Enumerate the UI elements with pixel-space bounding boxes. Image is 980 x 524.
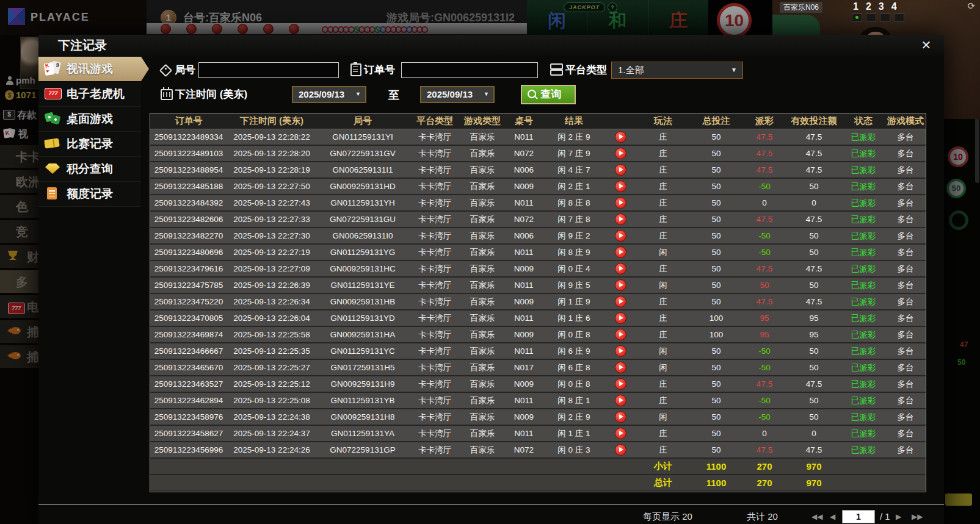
sidebar-item-1[interactable]: 9K♥视讯游戏 [38,57,149,81]
deposit-row[interactable]: $ 存款 [0,109,38,123]
replay-button[interactable] [615,444,626,456]
background-menu-item[interactable]: 777电 [0,295,38,318]
cell-mode: 多台 [885,260,926,277]
replay-button[interactable] [615,230,626,242]
cell-status: 已派彩 [841,178,885,195]
search-button[interactable]: 查询 [521,85,576,104]
background-menu-item[interactable]: 竞 [0,220,38,243]
cell-round: GN011259131YE [316,277,409,293]
status-badge: 已派彩 [851,198,876,207]
camera-number[interactable]: 4 [891,1,897,12]
cell-time: 2025-09-13 22:28:19 [227,162,316,178]
background-menu-item[interactable]: 欧洲 [0,170,38,193]
cell-game: 百家乐 [460,211,504,228]
platform-select[interactable]: 1.全部 [611,62,743,79]
close-icon[interactable]: ✕ [918,37,934,53]
prev-page-button[interactable]: ◀ [830,510,835,523]
cell-valid-bet: 47.5 [786,442,841,458]
last-page-button[interactable]: ▶▶ [912,510,923,523]
camera-number[interactable]: 1 [853,1,858,12]
modal-header: 下注记录 ✕ [38,35,944,56]
bet-zone-banker[interactable]: 庄 [648,0,708,35]
page-number-input[interactable]: 1 [842,510,875,523]
status-badge: 已派彩 [851,297,876,306]
sidebar-item-4[interactable]: 比赛记录 [38,132,141,157]
sidebar-item-5[interactable]: 积分查询 [38,157,141,182]
background-menu-item[interactable]: 色 [0,195,38,218]
cell-order: 250913223456996 [150,442,227,458]
jackpot-help-icon[interactable]: ? [608,2,617,12]
cell-mode: 多台 [885,425,926,442]
cell-valid-bet: 95 [786,326,841,343]
cell-platform: 卡卡湾厅 [409,244,460,260]
cell-result: 闲 0 庄 4 [543,260,604,277]
date-to-picker[interactable]: 2025/09/13 [420,86,495,103]
replay-button[interactable] [615,345,626,357]
replay-button[interactable] [615,164,626,176]
cell-payout: 47.5 [742,442,786,458]
replay-button[interactable] [615,428,626,439]
replay-button[interactable] [615,214,626,225]
cell-status: 已派彩 [841,244,885,260]
replay-button[interactable] [615,131,626,143]
replay-button[interactable] [615,181,626,192]
cell-mode: 多台 [885,343,926,359]
payout-value: 95 [760,330,769,339]
sidebar-item-6[interactable]: 额度记录 [38,182,141,207]
payout-value: 47.5 [757,215,772,224]
camera-number[interactable]: 3 [879,1,884,12]
column-header: 桌号 [504,113,543,129]
date-from-picker[interactable]: 2025/09/13 [292,86,366,103]
cell-payout: -50 [742,392,786,409]
cell-result: 闲 6 庄 9 [543,343,604,359]
cell-order: 250913223489103 [150,145,227,162]
sidebar-item-3[interactable]: 桌面游戏 [38,107,141,132]
cell-status: 已派彩 [841,228,885,244]
order-input[interactable] [401,62,538,78]
next-page-button[interactable]: ▶ [896,510,901,523]
cell-status: 已派彩 [841,260,885,277]
calendar-icon [161,89,173,100]
background-menu-item[interactable]: 捕 [0,320,38,343]
replay-button[interactable] [615,312,626,324]
background-menu-item[interactable]: 捕 [0,345,38,368]
background-menu-item[interactable]: 卡卡 [0,145,38,168]
cell-order: 250913223488954 [150,162,227,178]
chip-10-icon: 10 [948,146,968,167]
replay-button[interactable] [615,362,626,373]
cell-replay [604,326,636,343]
replay-button[interactable] [615,411,626,423]
replay-button[interactable] [615,329,626,340]
cell-total-bet: 50 [690,178,742,195]
deposit-icon: $ [3,110,15,120]
replay-button[interactable] [615,197,626,209]
sidebar-item-label: 电子老虎机 [67,82,125,106]
cell-mode: 多台 [885,228,926,244]
replay-button[interactable] [615,378,626,390]
camera-number[interactable]: 2 [866,1,871,12]
replay-button[interactable] [615,263,626,275]
background-menu-item[interactable]: 财 [0,245,38,268]
replay-button[interactable] [615,279,626,291]
cell-valid-bet: 50 [786,228,841,244]
refresh-icon[interactable]: ⟳ [967,1,975,12]
video-games-row[interactable]: 视 [0,128,38,142]
replay-button[interactable] [615,148,626,159]
cell-total-bet: 50 [690,442,742,458]
cell-replay [604,178,636,195]
round-input[interactable] [198,62,339,78]
replay-button[interactable] [615,395,626,406]
replay-button[interactable] [615,296,626,307]
bet-records-modal: 下注记录 ✕ 9K♥视讯游戏777电子老虎机桌面游戏比赛记录积分查询额度记录 局… [38,35,944,524]
cell-result: 闲 7 庄 8 [543,211,604,228]
background-menu-item[interactable]: 多 [0,270,38,293]
cell-valid-bet: 0 [786,425,841,442]
first-page-button[interactable]: ◀◀ [811,510,822,523]
sidebar-item-2[interactable]: 777电子老虎机 [38,82,141,107]
cell-play: 闲 [636,244,690,260]
cell-table: N072 [504,211,543,228]
cell-total-bet: 50 [690,277,742,293]
replay-button[interactable] [615,246,626,258]
table-row: 2509132234635272025-09-13 22:25:12GN0092… [150,376,926,392]
cell-total-bet: 50 [690,162,742,178]
